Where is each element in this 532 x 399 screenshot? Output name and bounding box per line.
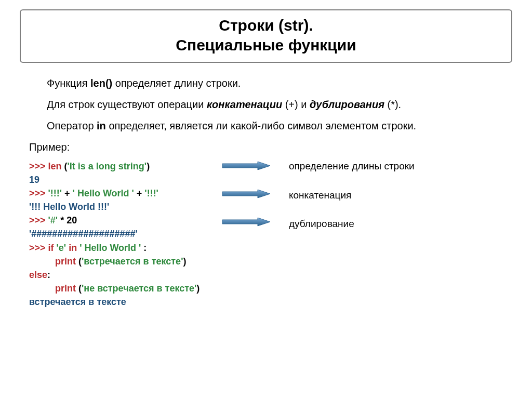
l7-colon: : (141, 243, 147, 253)
note-dup: дублирование (289, 217, 503, 231)
l10-func: print (55, 283, 78, 294)
code-line-5: >>> '#' * 20 (29, 214, 221, 227)
l7-in: in (66, 243, 79, 253)
code-line-6: '####################' (29, 227, 221, 241)
l3-prompt: >>> (29, 188, 48, 198)
code-line-11: встречается в тексте (29, 295, 221, 309)
title-box: Строки (str). Специальные функции (20, 9, 512, 63)
p3-pre: Оператор (47, 120, 97, 131)
l5-s1: '#' (48, 215, 58, 225)
content: Функция len() определяет длину строки. Д… (20, 76, 512, 309)
l8-func: print (55, 256, 78, 267)
paragraph-concat-dup: Для строк существуют операции конкатенац… (29, 98, 503, 112)
paragraph-len: Функция len() определяет длину строки. (29, 76, 503, 90)
note-length: определение длины строки (289, 159, 503, 173)
p2-mid: (+) и (282, 99, 310, 110)
l7-prompt: >>> (29, 243, 48, 253)
l1-prompt: >>> (29, 161, 48, 171)
paragraph-in: Оператор in определяет, является ли како… (29, 119, 503, 133)
example-columns: >>> len ('It is a long string') 19 >>> '… (29, 159, 503, 309)
l3-s3: '!!!' (144, 188, 158, 198)
slide: Строки (str). Специальные функции Функци… (0, 0, 532, 309)
code-line-7: >>> if 'e' in ' Hello World ' : (29, 241, 221, 255)
note-concat: конкатенация (289, 189, 503, 202)
code-line-8: print ('встречается в тексте') (29, 255, 221, 268)
l9-colon: : (47, 270, 50, 280)
code-line-2: 19 (29, 173, 221, 187)
notes-column: определение длины строки конкатенация ду… (289, 159, 503, 309)
l7-if: if (48, 243, 57, 253)
p1-post: определяет длину строки. (112, 77, 241, 89)
p2-b2: дублирования (310, 99, 384, 110)
code-column: >>> len ('It is a long string') 19 >>> '… (29, 159, 221, 309)
l5-op: * 20 (58, 215, 77, 225)
p2-post: (*). (384, 99, 401, 110)
l1-func: len (48, 161, 64, 171)
l8-close: ) (183, 256, 186, 267)
l1-paren-close: ) (147, 161, 150, 171)
p3-post: определяет, является ли какой-либо симво… (106, 120, 416, 131)
p3-bold: in (97, 120, 106, 131)
l9-else: else (29, 270, 47, 280)
l3-plus2: + (134, 188, 145, 198)
l3-plus1: + (62, 188, 73, 198)
p2-pre: Для строк существуют операции (47, 99, 207, 110)
l10-str: 'не встречается в тексте' (82, 283, 196, 294)
arrow-right-icon (221, 189, 289, 199)
arrows-column (221, 159, 289, 309)
example-label: Пример: (29, 140, 503, 154)
l3-s2: ' Hello World ' (73, 188, 134, 198)
code-line-3: >>> '!!!' + ' Hello World ' + '!!!' (29, 187, 221, 200)
p1-bold: len() (90, 77, 112, 89)
arrow-right-icon (221, 161, 289, 171)
l10-indent (29, 283, 55, 294)
slide-title: Строки (str). Специальные функции (21, 16, 511, 55)
code-line-9: else: (29, 268, 221, 282)
l7-s2: ' Hello World ' (79, 243, 141, 253)
arrow-right-icon (221, 217, 289, 227)
l1-str: 'It is a long string' (68, 161, 147, 171)
l8-str: 'встречается в тексте' (82, 256, 183, 267)
l8-indent (29, 256, 55, 267)
code-line-1: >>> len ('It is a long string') (29, 159, 221, 173)
title-line-2: Специальные функции (176, 36, 356, 54)
l10-close: ) (196, 283, 200, 294)
p2-b1: конкатенации (207, 99, 282, 110)
p1-pre: Функция (47, 77, 90, 89)
title-line-1: Строки (str). (219, 17, 313, 34)
code-line-10: print ('не встречается в тексте') (29, 282, 221, 295)
l5-prompt: >>> (29, 215, 48, 225)
l3-s1: '!!!' (48, 188, 62, 198)
l7-s1: 'e' (57, 243, 66, 253)
code-line-4: '!!! Hello World !!!' (29, 200, 221, 214)
